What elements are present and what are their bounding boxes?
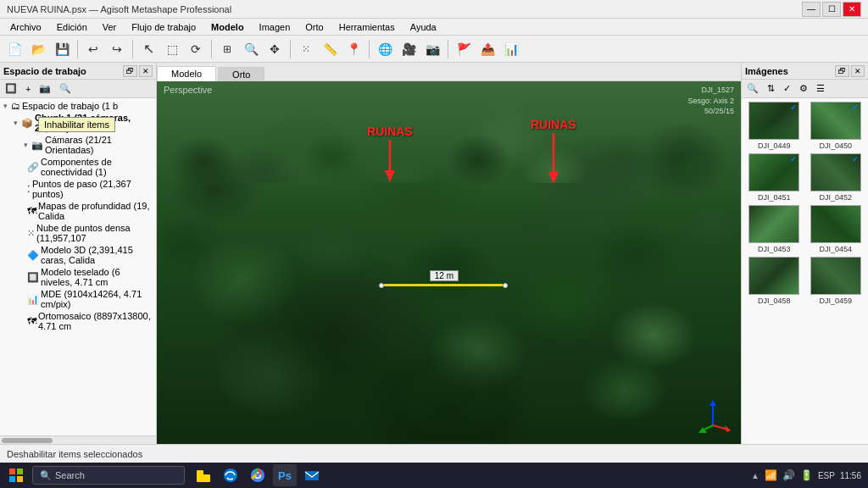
ruinas-arrow-1 — [367, 140, 413, 182]
chart-button[interactable]: 📊 — [500, 38, 522, 60]
image-thumb-dji0449[interactable]: ✓ DJI_0449 — [745, 102, 804, 150]
svg-rect-13 — [17, 476, 23, 482]
tree-label-pointcloud: Nube de puntos densa (11,957,107 — [36, 223, 153, 243]
menu-ayuda[interactable]: Ayuda — [403, 21, 443, 33]
images-tool-settings[interactable]: ⚙ — [796, 81, 811, 96]
image-thumb-dji0451[interactable]: ✓ DJI_0451 — [745, 153, 804, 202]
menu-flujo[interactable]: Flujo de trabajo — [125, 21, 203, 33]
dji-line1: DJI_1527 — [687, 85, 734, 96]
svg-marker-9 — [698, 427, 707, 433]
zoom-fit-button[interactable]: ⊞ — [216, 38, 238, 60]
points-button[interactable]: ⁙ — [295, 38, 317, 60]
images-float-button[interactable]: 🗗 — [835, 65, 849, 77]
ruinas-label-2: RUINAS — [531, 118, 576, 131]
network-icon[interactable]: 📶 — [765, 469, 777, 481]
search-box[interactable]: 🔍 Search — [32, 466, 185, 485]
menu-imagen[interactable]: Imagen — [253, 21, 298, 33]
taskbar-app-email[interactable] — [300, 464, 324, 486]
ws-tool-3[interactable]: 📷 — [36, 81, 54, 96]
toolbar-separator-2 — [132, 40, 133, 58]
menu-modelo[interactable]: Modelo — [204, 21, 251, 33]
images-close-button[interactable]: ✕ — [851, 65, 865, 77]
minimize-button[interactable]: — — [802, 2, 821, 17]
image-thumb-dji0459[interactable]: DJI_0459 — [807, 257, 865, 305]
images-tool-check[interactable]: ✓ — [780, 81, 794, 96]
taskbar-apps: Ps — [192, 464, 324, 486]
tree-dem[interactable]: 📊 MDE (9104x14264, 4.71 cm/pix) — [0, 288, 156, 310]
image-label-dji0454: DJI_0454 — [819, 245, 852, 253]
select-button[interactable]: ↖ — [137, 38, 159, 60]
zoom-in-button[interactable]: 🔍 — [240, 38, 262, 60]
close-button[interactable]: ✕ — [843, 2, 861, 17]
tree-tilemodel[interactable]: 🔲 Modelo teselado (6 niveles, 4.71 cm — [0, 266, 156, 288]
render-button[interactable]: 🎥 — [398, 38, 420, 60]
open-button[interactable]: 📂 — [27, 38, 49, 60]
tree-model3d[interactable]: 🔷 Modelo 3D (2,391,415 caras, Calida — [0, 244, 156, 266]
viewport-3d[interactable]: Perspective DJI_1527 Sesgo: Axis 2 50/25… — [157, 81, 741, 444]
taskbar-app-chrome[interactable] — [246, 464, 270, 486]
taskbar-app-ps[interactable]: Ps — [273, 464, 297, 486]
tree-label-ortho: Ortomosaico (8897x13800, 4.71 cm — [38, 311, 153, 331]
images-tool-filter[interactable]: 🔍 — [743, 81, 762, 96]
images-tool-sort[interactable]: ⇅ — [764, 81, 778, 96]
scrollbar-thumb[interactable] — [2, 438, 53, 443]
menu-archivo[interactable]: Archivo — [3, 21, 48, 33]
flag-button[interactable]: 🚩 — [453, 38, 475, 60]
workspace-float-button[interactable]: 🗗 — [123, 65, 137, 77]
tree-pointcloud[interactable]: ⁙ Nube de puntos densa (11,957,107 — [0, 222, 156, 244]
taskbar-arrow-icon[interactable]: ▲ — [751, 471, 760, 480]
svg-rect-15 — [197, 474, 210, 482]
image-thumb-dji0453[interactable]: DJI_0453 — [745, 205, 804, 253]
tree-waypoints[interactable]: ⁚ Puntos de paso (21,367 puntos) — [0, 178, 156, 200]
image-label-dji0451: DJI_0451 — [758, 193, 791, 202]
ws-tool-4[interactable]: 🔍 — [56, 81, 75, 96]
menu-ver[interactable]: Ver — [96, 21, 124, 33]
texture-button[interactable]: 🌐 — [374, 38, 396, 60]
rect-select-button[interactable]: ⬚ — [161, 38, 183, 60]
ws-tool-1[interactable]: 🔲 — [2, 81, 20, 96]
taskbar-time[interactable]: 11:56 — [840, 471, 861, 480]
toolbar-separator-4 — [290, 40, 291, 58]
tree-workspace-root[interactable]: ▾ 🗂 Espacio de trabajo (1 b — [0, 100, 156, 112]
image-thumb-dji0450[interactable]: ✓ DJI_0450 — [807, 102, 865, 150]
ws-tool-2[interactable]: + — [22, 82, 34, 96]
menu-orto[interactable]: Orto — [298, 21, 330, 33]
new-button[interactable]: 📄 — [3, 38, 25, 60]
rotate-button[interactable]: ⟳ — [185, 38, 207, 60]
restore-button[interactable]: ☐ — [822, 2, 841, 17]
ruler-button[interactable]: 📏 — [319, 38, 341, 60]
undo-button[interactable]: ↩ — [82, 38, 104, 60]
workspace-header: Espacio de trabajo 🗗 ✕ — [0, 63, 156, 80]
svg-rect-12 — [9, 476, 15, 482]
tree-label-workspace: Espacio de trabajo (1 b — [22, 101, 118, 111]
tree-depthmaps[interactable]: 🗺 Mapas de profundidad (19, Calida — [0, 200, 156, 222]
image-thumb-dji0454[interactable]: DJI_0454 — [807, 205, 865, 253]
pan-button[interactable]: ✥ — [264, 38, 286, 60]
volume-icon[interactable]: 🔊 — [782, 469, 795, 481]
start-button[interactable] — [3, 464, 29, 486]
menu-edicion[interactable]: Edición — [50, 21, 94, 33]
workspace-close-button[interactable]: ✕ — [139, 65, 153, 77]
workspace-scrollbar[interactable] — [0, 435, 156, 444]
export-button[interactable]: 📤 — [476, 38, 498, 60]
tab-orto[interactable]: Orto — [218, 67, 264, 81]
battery-icon[interactable]: 🔋 — [800, 469, 813, 481]
redo-button[interactable]: ↪ — [106, 38, 128, 60]
images-tool-more[interactable]: ☰ — [813, 81, 828, 96]
workspace-title: Espacio de trabajo — [3, 66, 86, 76]
workspace-panel: Espacio de trabajo 🗗 ✕ 🔲 + 📷 🔍 Inhabilit… — [0, 63, 157, 444]
image-thumb-dji0452[interactable]: ✓ DJI_0452 — [807, 153, 865, 202]
tab-modelo[interactable]: Modelo — [157, 66, 216, 81]
menu-herramientas[interactable]: Herramientas — [332, 21, 402, 33]
tree-ortho[interactable]: 🗺 Ortomosaico (8897x13800, 4.71 cm — [0, 310, 156, 332]
tree-components[interactable]: 🔗 Componentes de conectividad (1) — [0, 156, 156, 178]
toolbar-separator-6 — [448, 40, 448, 58]
camera-button[interactable]: 📷 — [421, 38, 443, 60]
ruinas-annotation-1: RUINAS — [367, 125, 413, 182]
image-thumb-dji0458[interactable]: DJI_0458 — [745, 257, 804, 305]
save-button[interactable]: 💾 — [51, 38, 73, 60]
taskbar-app-files[interactable] — [192, 464, 215, 486]
taskbar-app-edge[interactable] — [219, 464, 242, 486]
marker-button[interactable]: 📍 — [342, 38, 364, 60]
tree-cameras[interactable]: ▾ 📷 Cámaras (21/21 Orientadas) — [0, 134, 156, 156]
